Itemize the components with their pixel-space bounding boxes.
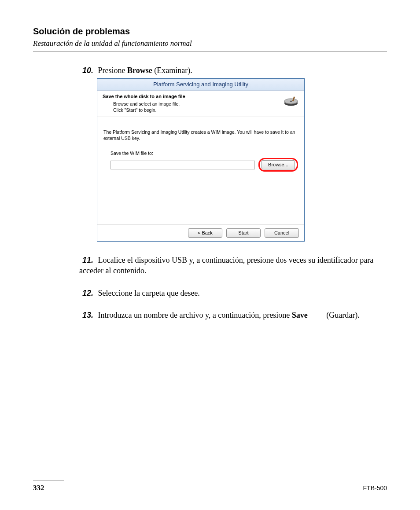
dialog-window: Platform Servicing and Imaging Utility S…: [97, 78, 305, 242]
step-text: Introduzca un nombre de archivo y, a con…: [98, 311, 360, 319]
step-text: Presione Browse (Examinar).: [98, 66, 192, 75]
save-path-input[interactable]: [111, 161, 255, 169]
disk-icon: [283, 93, 299, 106]
footer-rule: [33, 481, 64, 481]
step-list: 10. Presione Browse (Examinar). Platform…: [79, 65, 387, 320]
step-number: 10.: [79, 65, 93, 76]
dialog-info-text: The Platform Servicing and Imaging Utili…: [103, 129, 298, 141]
browse-button[interactable]: Browse...: [262, 160, 295, 169]
page-number: 332: [33, 484, 44, 492]
step-text-pre: Presione: [98, 66, 128, 75]
model-label: FTB-500: [363, 484, 387, 492]
step-text-bold: Browse: [127, 66, 152, 75]
step-text-bold: Save: [292, 311, 308, 319]
dialog-head-line: Browse and select an image file.: [113, 101, 280, 107]
header-rule: [33, 51, 387, 52]
chapter-subtitle: Restauración de la unidad al funcionamie…: [33, 39, 387, 48]
browse-highlight: Browse...: [258, 158, 298, 172]
step-number: 12.: [79, 288, 93, 298]
dialog-head-line: Click "Start" to begin.: [113, 107, 280, 113]
save-path-label: Save the WIM file to:: [103, 150, 298, 156]
svg-point-3: [290, 101, 292, 102]
step-number: 11.: [79, 255, 93, 265]
step-text: Seleccione la carpeta que desee.: [98, 289, 200, 297]
step-text: Localice el dispositivo USB y, a continu…: [79, 256, 373, 275]
step-13: 13. Introduzca un nombre de archivo y, a…: [79, 310, 387, 320]
dialog-title: Platform Servicing and Imaging Utility: [97, 79, 304, 91]
cancel-button[interactable]: Cancel: [265, 228, 299, 238]
dialog-heading: Save the whole disk to an image file: [103, 93, 280, 100]
step-11: 11. Localice el dispositivo USB y, a con…: [79, 255, 387, 276]
chapter-title: Solución de problemas: [33, 26, 387, 37]
back-button[interactable]: < Back: [188, 228, 222, 238]
dialog-header: Save the whole disk to an image file Bro…: [97, 91, 304, 117]
dialog-footer: < Back Start Cancel: [97, 224, 304, 241]
step-number: 13.: [79, 310, 93, 320]
step-10: 10. Presione Browse (Examinar). Platform…: [79, 65, 387, 242]
page-footer: 332 FTB-500: [33, 481, 387, 492]
step-12: 12. Seleccione la carpeta que desee.: [79, 288, 387, 298]
step-text-post: (Examinar).: [152, 66, 192, 75]
start-button[interactable]: Start: [226, 228, 261, 238]
dialog-body: The Platform Servicing and Imaging Utili…: [97, 117, 304, 224]
step-text-post: (Guardar).: [324, 311, 360, 319]
step-text-pre: Introduzca un nombre de archivo y, a con…: [98, 311, 292, 319]
